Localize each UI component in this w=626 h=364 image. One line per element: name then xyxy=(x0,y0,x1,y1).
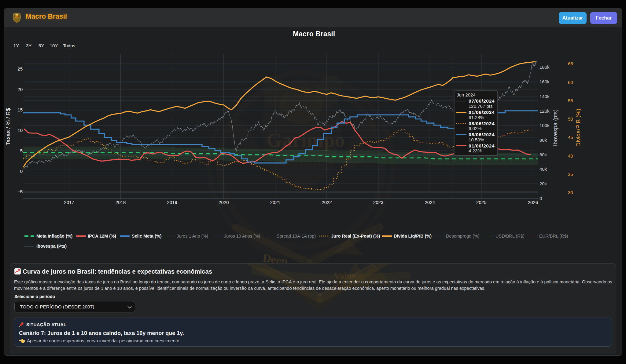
svg-text:Garimpo: Garimpo xyxy=(14,19,20,20)
